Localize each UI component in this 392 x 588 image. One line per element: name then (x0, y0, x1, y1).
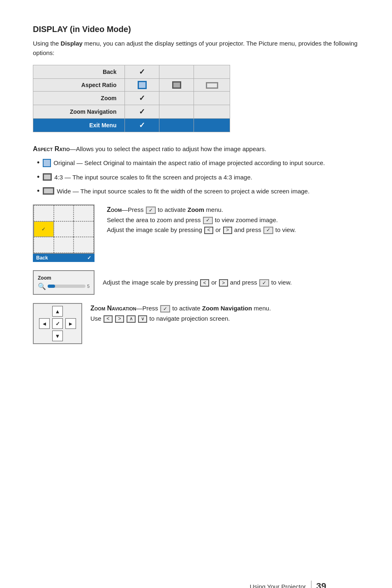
menu-col2-zoom-nav (159, 105, 194, 119)
zoom-check-btn-3: ✓ (263, 227, 273, 234)
aspect-43-icon (172, 81, 181, 89)
zoom-line3: Adjust the image scale by pressing < or … (107, 225, 296, 235)
page-content: DISPLAY (in Video Mode) Using the Displa… (33, 25, 359, 588)
original-icon-bullet (43, 159, 51, 170)
zoom-nav-line2: Use < > ∧ ∨ to navigate projection scree… (90, 314, 271, 324)
grid-cell-8 (54, 237, 74, 253)
wide-rect-icon (43, 187, 54, 195)
page-title: DISPLAY (in Video Mode) (33, 25, 359, 34)
menu-label-zoom: Zoom (33, 92, 125, 105)
ratio43-square-icon (43, 173, 52, 181)
zoom-slider-section: Zoom 🔍 5 Adjust the image scale by press… (33, 270, 359, 295)
back-check: ✓ (87, 255, 91, 261)
menu-col1-aspect (125, 79, 159, 92)
right-btn-2: > (219, 279, 228, 287)
zoom-nav-description: Zoom Navigation—Press ✓ to activate Zoom… (90, 303, 271, 324)
menu-label-aspect: Aspect Ratio (33, 79, 125, 92)
zoom-grid (33, 204, 95, 254)
zoom-bar-row: 🔍 5 (38, 283, 90, 290)
wide-icon-bullet (43, 187, 54, 198)
aspect-ratio-list: Original — Select Original to maintain t… (37, 158, 359, 198)
nav-down-btn: ▼ (52, 331, 63, 341)
nav-box: ▲ ◄ ✓ ► ▼ (33, 303, 82, 344)
nav-down-inline: ∨ (138, 315, 147, 323)
bullet-43: 4:3 — The input source scales to fit the… (37, 173, 359, 184)
bullet-original-text: Original — Select Original to maintain t… (53, 158, 325, 168)
nav-up-btn: ▲ (52, 306, 63, 317)
nav-row-bottom: ▼ (52, 331, 63, 341)
zoom-nav-check-btn: ✓ (160, 305, 170, 312)
menu-col3-back (194, 65, 230, 79)
aspect-ratio-title: Aspect Ratio (33, 145, 70, 152)
nav-up-inline: ∧ (127, 315, 136, 323)
grid-cell-9 (74, 237, 94, 253)
nav-row-top: ▲ (52, 306, 63, 317)
43-icon-bullet (43, 173, 52, 184)
zoom-description: Zoom—Press ✓ to activate Zoom menu. Sele… (107, 204, 296, 235)
intro-paragraph: Using the Display menu, you can adjust t… (33, 39, 359, 57)
menu-col3-aspect (194, 79, 230, 92)
menu-col3-zoom (194, 92, 230, 105)
menu-col3-exit (194, 119, 230, 132)
zoom-check-btn-2: ✓ (203, 217, 213, 224)
nav-left-btn: ◄ (39, 318, 50, 329)
zoom-value: 5 (87, 284, 90, 289)
menu-row-zoom: Zoom ✓ (33, 92, 230, 105)
zoom-progress-bar (48, 285, 85, 288)
zoom-slider-line1: Adjust the image scale by pressing < or … (103, 278, 292, 287)
grid-cell-6 (74, 221, 94, 237)
nav-left-inline: < (104, 315, 113, 323)
bullet-wide: Wide — The input source scales to fit th… (37, 187, 359, 198)
zoom-nav-section: ▲ ◄ ✓ ► ▼ Zoom Navigation—Press ✓ to act… (33, 303, 359, 344)
zoom-nav-title: Zoom Navigation (90, 305, 136, 312)
zoom-slider-label-row: Zoom (38, 275, 90, 281)
grid-cell-1 (34, 205, 54, 221)
menu-row-aspect: Aspect Ratio (33, 79, 230, 92)
bullet-43-text: 4:3 — The input source scales to fit the… (54, 173, 252, 182)
zoom-line2: Select the area to zoom and press ✓ to v… (107, 215, 296, 225)
zoom-check-btn-4: ✓ (259, 279, 269, 287)
right-btn-1: > (223, 227, 232, 234)
left-btn-2: < (200, 279, 209, 287)
menu-col2-back (159, 65, 194, 79)
menu-row-back: Back ✓ (33, 65, 230, 79)
menu-col2-zoom (159, 92, 194, 105)
zoom-title: Zoom (107, 206, 122, 213)
aspect-wide-icon (206, 82, 218, 89)
menu-label-back: Back (33, 65, 125, 79)
menu-label-zoom-nav: Zoom Navigation (33, 105, 125, 119)
zoom-slider-box: Zoom 🔍 5 (33, 270, 95, 295)
bullet-wide-text: Wide — The input source scales to fit th… (57, 187, 309, 196)
magnify-icon: 🔍 (38, 283, 46, 290)
menu-col1-exit: ✓ (125, 119, 159, 132)
zoom-grid-footer: Back ✓ (33, 254, 95, 262)
menu-col1-back: ✓ (125, 65, 159, 79)
nav-right-inline: > (115, 315, 124, 323)
zoom-check-btn-1: ✓ (146, 207, 156, 214)
nav-right-btn: ► (65, 318, 76, 329)
menu-label-exit: Exit Menu (33, 119, 125, 132)
aspect-original-icon (138, 81, 147, 89)
check-icon: ✓ (139, 68, 145, 76)
zoom-title-line: Zoom—Press ✓ to activate Zoom menu. (107, 204, 296, 215)
original-square-icon (43, 159, 51, 167)
display-menu-table: Back ✓ Aspect Ratio Zoom ✓ Zoom Navigati… (33, 65, 230, 132)
footer: Using Your Projector 39 (250, 581, 326, 588)
footer-page-number: 39 (316, 581, 326, 588)
zoom-slider-description: Adjust the image scale by pressing < or … (103, 278, 292, 287)
grid-cell-5 (54, 221, 74, 237)
menu-col1-zoom: ✓ (125, 92, 159, 105)
grid-cell-7 (34, 237, 54, 253)
menu-col2-aspect (159, 79, 194, 92)
bullet-original: Original — Select Original to maintain t… (37, 158, 359, 170)
check-icon-zoom-nav: ✓ (139, 108, 145, 116)
grid-cell-2 (54, 205, 74, 221)
zoom-slider-label: Zoom (38, 275, 51, 281)
zoom-grid-container: Back ✓ (33, 204, 99, 262)
grid-cell-4-selected (34, 221, 54, 237)
menu-col2-exit (159, 119, 194, 132)
aspect-ratio-description: Aspect Ratio—Allows you to select the as… (33, 144, 359, 154)
nav-center-btn: ✓ (52, 318, 63, 329)
menu-col3-zoom-nav (194, 105, 230, 119)
left-btn-1: < (204, 227, 213, 234)
